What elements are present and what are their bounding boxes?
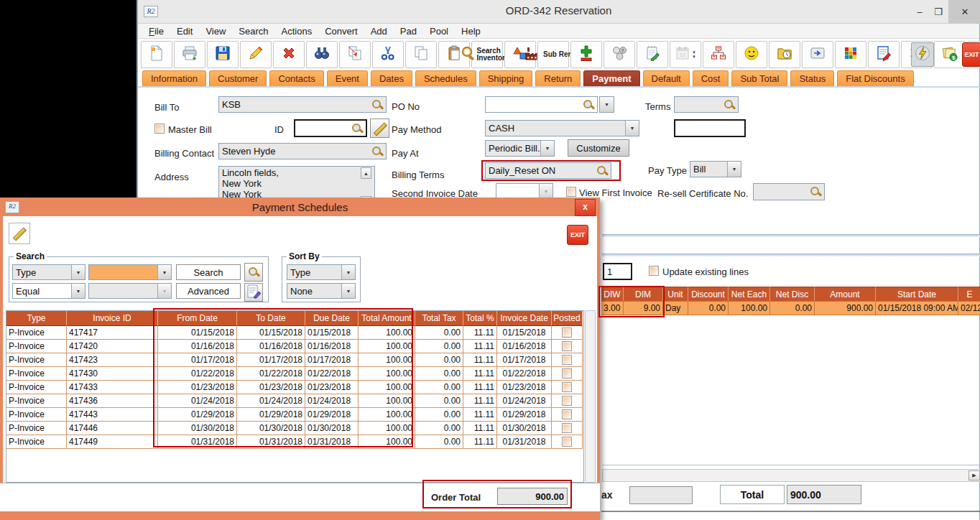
sub-rent-button[interactable]: Sub Rent▼▼ bbox=[537, 41, 569, 68]
column-header-total-amount[interactable]: Total Amount bbox=[359, 311, 415, 326]
dialog-edit-button[interactable] bbox=[9, 223, 30, 244]
chevron-down-icon[interactable] bbox=[71, 265, 85, 279]
rubik-cubes-button[interactable] bbox=[835, 41, 866, 68]
folder-clock-button[interactable] bbox=[769, 41, 800, 68]
table-row[interactable]: P-Invoice41742001/16/201801/16/201801/16… bbox=[6, 340, 583, 353]
menu-convert[interactable]: Convert bbox=[318, 24, 364, 38]
scroll-right-icon[interactable]: ▶ bbox=[969, 470, 980, 480]
tab-flat-discounts[interactable]: Flat Discounts bbox=[837, 70, 913, 86]
org-chart-button[interactable] bbox=[703, 41, 734, 68]
edit-pencil-button[interactable] bbox=[240, 41, 272, 68]
posted-checkbox[interactable] bbox=[562, 409, 572, 419]
keyboard-key-button[interactable] bbox=[802, 41, 833, 68]
resell-cert-field[interactable] bbox=[753, 183, 825, 200]
pay-method-dropdown[interactable]: CASH bbox=[485, 120, 639, 136]
view-first-invoice-checkbox[interactable] bbox=[566, 187, 576, 197]
posted-checkbox[interactable] bbox=[562, 382, 572, 392]
minimize-button[interactable]: – bbox=[910, 0, 929, 24]
posted-checkbox[interactable] bbox=[562, 423, 572, 433]
column-header-net-disc[interactable]: Net Disc bbox=[770, 287, 815, 301]
dialog-exit-button[interactable]: EXIT bbox=[567, 225, 588, 245]
pay-type-dropdown[interactable]: Bill bbox=[690, 161, 741, 177]
search-icon[interactable] bbox=[371, 99, 383, 111]
search-icon[interactable] bbox=[371, 146, 383, 157]
column-header-unit[interactable]: Unit bbox=[663, 287, 688, 301]
menu-search[interactable]: Search bbox=[232, 24, 274, 38]
po-no-dropdown[interactable] bbox=[599, 96, 614, 113]
lightning-button[interactable] bbox=[911, 42, 934, 67]
smiley-button[interactable] bbox=[736, 41, 767, 68]
chevron-down-icon[interactable] bbox=[157, 265, 171, 279]
billing-contact-field[interactable]: Steven Hyde bbox=[218, 143, 387, 159]
print-button[interactable] bbox=[174, 41, 205, 68]
column-header-diw[interactable]: DIW bbox=[601, 287, 624, 301]
po-no-field[interactable] bbox=[485, 96, 598, 113]
tab-contacts[interactable]: Contacts bbox=[269, 70, 323, 86]
column-header-amount[interactable]: Amount bbox=[815, 287, 876, 301]
copies-field[interactable]: 1 bbox=[603, 263, 632, 280]
search-field-dropdown[interactable]: Type bbox=[12, 264, 85, 280]
paste-special-button[interactable] bbox=[339, 41, 371, 68]
posted-checkbox[interactable] bbox=[562, 341, 572, 351]
search-inventory-button[interactable]: Search Inventory▼▼ bbox=[471, 41, 503, 68]
tab-information[interactable]: Information bbox=[142, 70, 206, 86]
tax-field[interactable] bbox=[629, 486, 693, 504]
save-button[interactable] bbox=[207, 41, 239, 68]
posted-checkbox[interactable] bbox=[562, 396, 572, 406]
table-row[interactable]: P-Invoice41741701/15/201801/15/201801/15… bbox=[6, 326, 583, 340]
exit-button[interactable]: EXIT bbox=[962, 42, 980, 67]
column-header-net-each[interactable]: Net Each bbox=[729, 287, 770, 301]
chevron-down-icon[interactable] bbox=[625, 121, 639, 136]
dialog-title-bar[interactable]: R2 Payment Schedules x bbox=[0, 198, 600, 216]
chevron-down-icon[interactable] bbox=[341, 284, 355, 298]
tab-default[interactable]: Default bbox=[643, 70, 690, 86]
schedules-vertical-scrollbar[interactable] bbox=[585, 310, 596, 483]
column-header-posted[interactable]: Posted bbox=[552, 311, 583, 326]
chevron-down-icon[interactable] bbox=[540, 141, 554, 156]
table-row[interactable]: P-Invoice41743301/23/201801/23/201801/23… bbox=[6, 381, 583, 394]
advanced-find-button[interactable] bbox=[244, 283, 263, 302]
search-print-button[interactable] bbox=[244, 263, 263, 282]
chevron-down-icon[interactable] bbox=[600, 97, 614, 112]
calendar-button[interactable]: 12▼▼ bbox=[670, 41, 701, 68]
column-header-total-tax[interactable]: Total Tax bbox=[415, 311, 463, 326]
scroll-up-icon[interactable]: ▲ bbox=[361, 167, 371, 179]
tab-customer[interactable]: Customer bbox=[209, 70, 267, 86]
column-header-invoice-id[interactable]: Invoice ID bbox=[67, 311, 158, 326]
pay-at-dropdown[interactable]: Periodic Bill... bbox=[485, 140, 555, 157]
search-icon[interactable] bbox=[724, 99, 735, 111]
search-icon[interactable] bbox=[583, 99, 594, 111]
new-document-button[interactable] bbox=[141, 41, 172, 68]
search-icon[interactable] bbox=[596, 165, 608, 177]
column-header-start-date[interactable]: Start Date bbox=[876, 287, 958, 301]
search-icon[interactable] bbox=[810, 186, 821, 198]
table-row[interactable]: P-Invoice41744901/31/201801/31/201801/31… bbox=[6, 435, 583, 449]
menu-pad[interactable]: Pad bbox=[394, 24, 423, 38]
bill-to-field[interactable]: KSB bbox=[218, 96, 387, 113]
sortby-field2-dropdown[interactable]: None bbox=[287, 283, 356, 299]
chevron-down-icon[interactable] bbox=[341, 265, 355, 279]
column-header-dim[interactable]: DIM bbox=[624, 287, 663, 301]
note-edit-button[interactable] bbox=[868, 41, 900, 68]
close-button[interactable]: ✕ bbox=[948, 0, 980, 24]
table-row[interactable]: P-Invoice41743601/24/201801/24/201801/24… bbox=[6, 394, 583, 408]
dialog-close-button[interactable]: x bbox=[575, 199, 596, 216]
column-header-discount[interactable]: Discount bbox=[688, 287, 729, 301]
column-header-type[interactable]: Type bbox=[6, 311, 67, 326]
find-binoculars-button[interactable] bbox=[306, 41, 338, 68]
column-header-due-date[interactable]: Due Date bbox=[305, 311, 359, 326]
tab-cost[interactable]: Cost bbox=[693, 70, 729, 86]
update-existing-checkbox[interactable] bbox=[649, 266, 659, 276]
maximize-button[interactable]: ❒ bbox=[929, 0, 948, 24]
search-icon[interactable] bbox=[351, 123, 363, 134]
menu-view[interactable]: View bbox=[199, 24, 232, 38]
cut-scissors-button[interactable] bbox=[372, 41, 404, 68]
advanced-button[interactable]: Advanced bbox=[176, 283, 241, 299]
tab-sub-total[interactable]: Sub Total bbox=[731, 70, 787, 86]
posted-checkbox[interactable] bbox=[562, 368, 572, 379]
second-invoice-date-field[interactable] bbox=[496, 183, 553, 199]
pad-notepad-button[interactable] bbox=[637, 41, 668, 68]
column-header-to-date[interactable]: To Date bbox=[237, 311, 305, 326]
table-row[interactable]: P-Invoice41744301/29/201801/29/201801/29… bbox=[6, 408, 583, 422]
id-field[interactable] bbox=[294, 119, 367, 137]
